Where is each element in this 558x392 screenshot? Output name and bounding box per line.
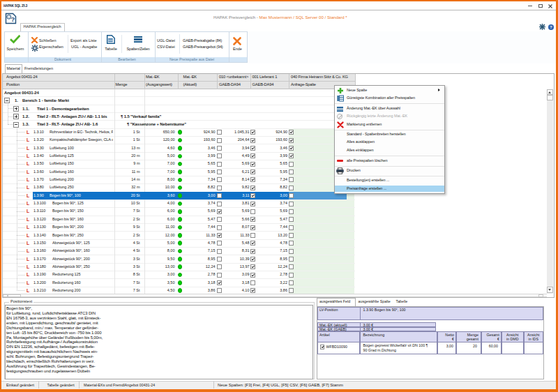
svg-text:?: ? [11,15,15,23]
